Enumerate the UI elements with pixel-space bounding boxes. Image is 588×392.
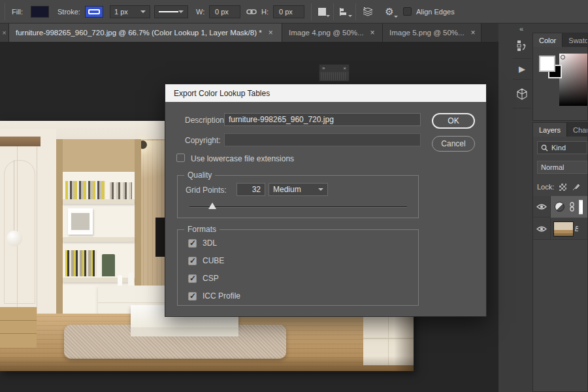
document-tab-image5[interactable]: Image 5.png @ 50%... × xyxy=(383,24,482,42)
layer-filter-value: Kind xyxy=(551,144,566,152)
layer-stack-icon xyxy=(362,7,374,16)
layers-panel-tabs: Layers Channels xyxy=(533,123,587,137)
blend-mode-select[interactable]: Normal xyxy=(537,161,587,174)
ok-button[interactable]: OK xyxy=(432,113,475,129)
tab-layers[interactable]: Layers xyxy=(533,123,567,137)
copyright-input[interactable] xyxy=(224,133,421,146)
cube-3d-icon xyxy=(515,88,529,101)
cancel-label: Cancel xyxy=(441,139,465,148)
gear-icon: ⚙ xyxy=(385,6,393,18)
description-label: Description: xyxy=(185,116,226,125)
quality-select[interactable]: Medium xyxy=(269,183,328,196)
tab-swatches[interactable]: Swatches xyxy=(563,33,588,47)
grid-points-input[interactable] xyxy=(237,183,265,196)
fill-swatch[interactable] xyxy=(31,6,49,18)
layer-thumbnail[interactable] xyxy=(553,221,574,237)
expand-panel-icon[interactable]: » xyxy=(322,65,325,71)
fill-label: Fill: xyxy=(12,8,23,16)
layer-row-background[interactable]: Background xyxy=(533,218,588,240)
layer-mask-thumbnail[interactable] xyxy=(579,200,583,214)
stroke-style-select[interactable] xyxy=(154,5,188,18)
format-icc-checkbox[interactable] xyxy=(188,292,197,301)
tab-channels[interactable]: Channels xyxy=(567,123,588,137)
flyout-arrow-icon xyxy=(326,15,330,17)
eye-icon xyxy=(536,225,547,233)
stroke-width-select[interactable]: 1 px xyxy=(110,5,150,18)
slider-thumb[interactable] xyxy=(208,203,216,209)
format-icc-label: ICC Profile xyxy=(203,291,240,301)
format-3dl-checkbox[interactable] xyxy=(188,239,197,248)
tab-label: Image 5.png @ 50%... xyxy=(389,29,465,37)
tool-options-bar: Fill: Stroke: 1 px W: 0 px H: 0 px xyxy=(0,0,588,24)
shape-width-input[interactable]: 0 px xyxy=(209,5,240,18)
partial-tab[interactable]: × xyxy=(0,24,9,42)
description-input[interactable] xyxy=(224,113,421,126)
format-row: ICC Profile xyxy=(188,291,240,301)
color-picker-field[interactable] xyxy=(559,54,588,106)
layer-row-color-lookup[interactable] xyxy=(533,196,588,218)
panel-button-styles[interactable] xyxy=(513,33,531,59)
lock-paint-brush-icon[interactable] xyxy=(572,183,580,191)
path-alignment-button[interactable] xyxy=(337,5,351,18)
format-csp-label: CSP xyxy=(203,274,219,283)
format-cube-checkbox[interactable] xyxy=(188,257,197,265)
color-panel-tabs: Color Swatches xyxy=(533,33,587,47)
shape-height-input[interactable]: 0 px xyxy=(273,5,304,18)
lock-label: Lock: xyxy=(537,183,554,191)
blend-mode-value: Normal xyxy=(541,163,564,171)
color-picker-marker[interactable] xyxy=(561,55,565,59)
path-operations-icon xyxy=(318,8,326,16)
mask-link-icon xyxy=(569,202,575,212)
cancel-button[interactable]: Cancel xyxy=(432,136,475,152)
quality-legend: Quality xyxy=(184,171,215,180)
divider xyxy=(311,3,312,20)
formats-legend: Formats xyxy=(184,225,220,234)
align-edges-checkbox[interactable] xyxy=(403,7,412,16)
right-panel-dock: « ▶ Color Swatches xyxy=(498,24,588,392)
quality-group: Quality Grid Points: Medium xyxy=(177,175,419,218)
close-icon[interactable]: × xyxy=(370,28,375,37)
tab-color[interactable]: Color xyxy=(533,33,563,47)
tool-settings-button[interactable]: ⚙ xyxy=(382,5,397,18)
collapse-panels-icon[interactable]: « xyxy=(519,25,523,33)
panel-button-actions[interactable]: ▶ xyxy=(513,59,531,80)
link-dimensions-icon[interactable] xyxy=(246,8,257,16)
foreground-color-swatch[interactable] xyxy=(539,56,555,72)
chevron-down-icon xyxy=(178,10,184,13)
play-icon: ▶ xyxy=(519,64,525,74)
lock-transparency-icon[interactable] xyxy=(559,184,566,191)
ok-label: OK xyxy=(448,116,459,125)
path-arrangement-button[interactable] xyxy=(359,5,376,18)
paragraph-styles-icon xyxy=(516,39,528,52)
collapsed-floating-panel[interactable]: » × xyxy=(319,64,350,82)
stroke-swatch[interactable] xyxy=(85,6,103,18)
format-row: CSP xyxy=(188,274,219,283)
lowercase-extensions-checkbox[interactable] xyxy=(176,154,185,162)
layer-filter-select[interactable]: Kind xyxy=(537,141,587,154)
path-operations-button[interactable] xyxy=(315,5,329,18)
layer-visibility-toggle[interactable] xyxy=(533,196,551,218)
stroke-width-value: 1 px xyxy=(114,8,128,16)
dialog-title[interactable]: Export Color Lookup Tables xyxy=(165,84,486,102)
shape-width-value: 0 px xyxy=(215,8,229,16)
stroke-label: Stroke: xyxy=(57,8,80,16)
format-3dl-label: 3DL xyxy=(203,238,217,248)
format-csp-checkbox[interactable] xyxy=(188,274,197,283)
format-row: 3DL xyxy=(188,238,217,248)
divider xyxy=(355,3,356,20)
eye-icon xyxy=(536,203,547,210)
align-edges-label: Align Edges xyxy=(416,8,455,16)
close-icon[interactable]: × xyxy=(471,28,476,37)
flyout-arrow-icon xyxy=(348,15,352,17)
close-icon[interactable]: × xyxy=(269,28,273,37)
close-icon[interactable]: × xyxy=(343,65,346,71)
chevron-down-icon xyxy=(140,10,146,13)
divider xyxy=(333,3,334,20)
grid-points-slider[interactable] xyxy=(189,206,407,208)
document-tab-furniture[interactable]: furniture-998265_960_720.jpg @ 66.7% (Co… xyxy=(9,24,282,42)
close-icon[interactable]: × xyxy=(2,29,6,37)
layer-visibility-toggle[interactable] xyxy=(533,218,551,240)
document-tab-image4[interactable]: Image 4.png @ 50%... × xyxy=(282,24,383,42)
panel-gripper[interactable] xyxy=(321,73,347,80)
panel-button-3d[interactable] xyxy=(513,80,531,108)
